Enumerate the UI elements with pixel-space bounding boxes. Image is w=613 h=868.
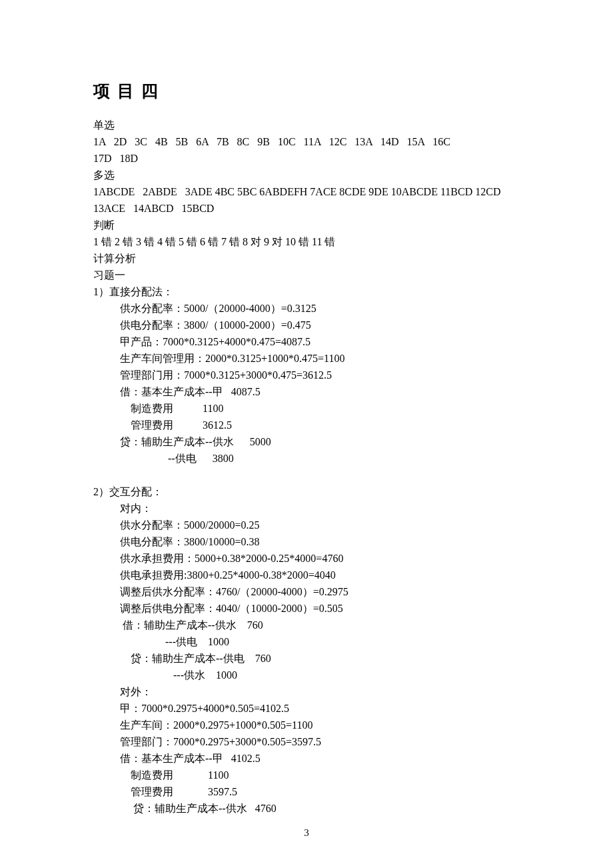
text-line: 1ABCDE 2ABDE 3ADE 4BC 5BC 6ABDEFH 7ACE 8… — [93, 183, 523, 200]
text-line: 供水承担费用：5000+0.38*2000-0.25*4000=4760 — [93, 550, 523, 567]
text-line: 调整后供水分配率：4760/（20000-4000）=0.2975 — [93, 583, 523, 600]
text-line: 借：基本生产成本--甲 4102.5 — [93, 750, 523, 767]
text-line: 贷：辅助生产成本--供电 760 — [93, 650, 523, 667]
text-line: 管理费用 3597.5 — [93, 783, 523, 800]
document-page: 项 目 四 单选 1A 2D 3C 4B 5B 6A 7B 8C 9B 10C … — [0, 0, 613, 868]
text-line: 甲产品：7000*0.3125+4000*0.475=4087.5 — [93, 333, 523, 350]
text-line: 计算分析 — [93, 250, 523, 267]
text-line: ---供水 1000 — [93, 667, 523, 683]
text-line: 供水分配率：5000/（20000-4000）=0.3125 — [93, 300, 523, 317]
text-line: 2）交互分配： — [93, 483, 523, 500]
text-line: 甲：7000*0.2975+4000*0.505=4102.5 — [93, 700, 523, 717]
text-line: 管理费用 3612.5 — [93, 417, 523, 433]
text-line: ---供电 1000 — [93, 633, 523, 650]
text-line: 贷：辅助生产成本--供水 5000 — [93, 433, 523, 450]
text-line: 供电分配率：3800/（10000-2000）=0.475 — [93, 317, 523, 333]
section-title: 项 目 四 — [93, 80, 523, 102]
text-line: 17D 18D — [93, 150, 523, 167]
text-line: 借：辅助生产成本--供水 760 — [93, 617, 523, 633]
text-line: --供电 3800 — [93, 450, 523, 467]
text-line: 对内： — [93, 500, 523, 517]
text-line: 生产车间管理用：2000*0.3125+1000*0.475=1100 — [93, 350, 523, 367]
text-line: 供电分配率：3800/10000=0.38 — [93, 533, 523, 550]
text-line: 制造费用 1100 — [93, 400, 523, 417]
text-line: 生产车间：2000*0.2975+1000*0.505=1100 — [93, 717, 523, 733]
text-line: 调整后供电分配率：4040/（10000-2000）=0.505 — [93, 600, 523, 617]
blank-line — [93, 467, 523, 483]
text-line: 供电承担费用:3800+0.25*4000-0.38*2000=4040 — [93, 567, 523, 583]
text-line: 管理部门用：7000*0.3125+3000*0.475=3612.5 — [93, 367, 523, 383]
text-line: 对外： — [93, 683, 523, 700]
text-line: 1 错 2 错 3 错 4 错 5 错 6 错 7 错 8 对 9 对 10 错… — [93, 233, 523, 250]
text-line: 1A 2D 3C 4B 5B 6A 7B 8C 9B 10C 11A 12C 1… — [93, 133, 523, 150]
page-number: 3 — [0, 827, 613, 839]
text-line: 判断 — [93, 217, 523, 233]
text-line: 单选 — [93, 117, 523, 133]
text-line: 管理部门：7000*0.2975+3000*0.505=3597.5 — [93, 733, 523, 750]
text-line: 13ACE 14ABCD 15BCD — [93, 200, 523, 217]
text-line: 习题一 — [93, 267, 523, 283]
text-line: 供水分配率：5000/20000=0.25 — [93, 517, 523, 533]
text-line: 多选 — [93, 167, 523, 183]
text-line: 贷：辅助生产成本--供水 4760 — [93, 800, 523, 817]
text-line: 1）直接分配法： — [93, 283, 523, 300]
text-line: 借：基本生产成本--甲 4087.5 — [93, 383, 523, 400]
text-line: 制造费用 1100 — [93, 767, 523, 783]
